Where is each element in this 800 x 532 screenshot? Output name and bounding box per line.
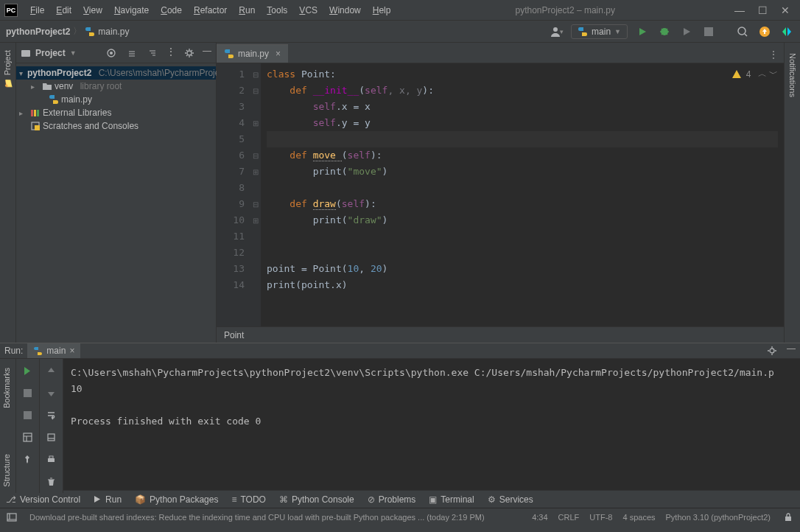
- hide-run-panel-icon[interactable]: —: [787, 343, 796, 358]
- python-file-icon: [49, 94, 59, 105]
- nav-bar: pythonProject2 〉 main.py ▾ main ▼: [0, 21, 800, 43]
- bottom-tab-python-packages[interactable]: 📦Python Packages: [135, 494, 218, 505]
- status-indent[interactable]: 4 spaces: [622, 513, 655, 522]
- stop-button[interactable]: [701, 24, 716, 39]
- svg-rect-2: [704, 27, 713, 36]
- run-tab[interactable]: main ×: [27, 343, 80, 358]
- restart-button[interactable]: [21, 407, 35, 422]
- tree-label: venv: [55, 81, 73, 91]
- notifications-tool-tab[interactable]: Notifications: [786, 49, 799, 102]
- run-settings-icon[interactable]: [765, 343, 779, 358]
- project-tool-tab[interactable]: 📁Project: [1, 46, 15, 92]
- print-button[interactable]: [44, 452, 59, 466]
- expand-all-icon[interactable]: [124, 46, 139, 60]
- rerun-button[interactable]: [21, 363, 35, 378]
- bottom-tab-python-console[interactable]: ⌘Python Console: [279, 494, 354, 505]
- tool-windows-icon[interactable]: [4, 510, 19, 525]
- status-message[interactable]: Download pre-built shared indexes: Reduc…: [29, 513, 522, 522]
- menu-view[interactable]: View: [78, 3, 108, 18]
- settings-icon[interactable]: [182, 46, 197, 60]
- run-toolbar-right: [40, 359, 63, 493]
- project-panel: Project ▼ ⋮ — ▾ pythonProject2 C:\Users\…: [16, 43, 217, 343]
- tree-external-libraries[interactable]: ▸ External Libraries: [16, 106, 216, 119]
- tree-venv[interactable]: ▸ venv library root: [16, 80, 216, 93]
- maximize-button[interactable]: ☐: [758, 4, 768, 16]
- bottom-tab-run[interactable]: Run: [94, 494, 122, 505]
- python-file-icon: [85, 27, 95, 37]
- bottom-tab-todo[interactable]: ≡TODO: [231, 494, 265, 505]
- svg-rect-15: [24, 389, 32, 397]
- bottom-tab-services[interactable]: ⚙Services: [488, 494, 533, 505]
- menu-navigate[interactable]: Navigate: [109, 3, 154, 18]
- close-button[interactable]: ✕: [781, 4, 790, 16]
- run-with-coverage-button[interactable]: [679, 24, 694, 39]
- status-interpreter[interactable]: Python 3.10 (pythonProject2): [666, 513, 771, 522]
- warning-count: 4: [746, 69, 751, 80]
- status-encoding[interactable]: UTF-8: [589, 513, 612, 522]
- breadcrumb-project[interactable]: pythonProject2: [6, 27, 70, 37]
- collapse-all-icon[interactable]: [145, 46, 160, 60]
- editor-crumb-bar[interactable]: Point: [217, 326, 784, 343]
- soft-wrap-button[interactable]: [44, 407, 59, 422]
- structure-tool-tab[interactable]: Structure: [0, 449, 13, 491]
- tree-scratches[interactable]: ▸ Scratches and Consoles: [16, 119, 216, 133]
- svg-point-14: [770, 349, 774, 353]
- tree-label: pythonProject2: [27, 68, 91, 78]
- breadcrumb-file[interactable]: main.py: [98, 27, 129, 37]
- console-output[interactable]: C:\Users\mshah\PycharmProjects\pythonPro…: [63, 359, 800, 493]
- user-icon[interactable]: ▾: [549, 24, 564, 39]
- status-caret-pos[interactable]: 4:34: [532, 513, 547, 522]
- svg-point-0: [553, 27, 558, 32]
- run-button[interactable]: [635, 24, 650, 39]
- line-number-gutter: 1234567891011121314: [217, 63, 250, 326]
- select-opened-file-icon[interactable]: [104, 46, 119, 60]
- stop-run-button[interactable]: [21, 385, 35, 400]
- menu-file[interactable]: File: [25, 3, 49, 18]
- svg-rect-22: [785, 517, 791, 521]
- pin-button[interactable]: [21, 452, 35, 466]
- menu-vcs[interactable]: VCS: [294, 3, 323, 18]
- bottom-tab-version-control[interactable]: ⎇Version Control: [6, 494, 80, 505]
- editor-crumb: Point: [224, 330, 244, 340]
- down-trace-button[interactable]: [44, 385, 59, 400]
- menu-tools[interactable]: Tools: [262, 3, 292, 18]
- svg-rect-11: [37, 110, 39, 116]
- tree-label: Scratches and Consoles: [43, 121, 138, 131]
- menu-code[interactable]: Code: [155, 3, 187, 18]
- bookmarks-tool-tab[interactable]: Bookmarks: [0, 363, 13, 413]
- editor-tab-main[interactable]: main.py ×: [217, 44, 288, 63]
- ide-updates-icon[interactable]: [757, 24, 772, 39]
- menu-help[interactable]: Help: [368, 3, 396, 18]
- lock-icon[interactable]: [781, 510, 796, 525]
- up-trace-button[interactable]: [44, 363, 59, 378]
- status-eol[interactable]: CRLF: [558, 513, 580, 522]
- panel-options-icon[interactable]: ⋮: [166, 46, 176, 60]
- layout-button[interactable]: [21, 430, 35, 444]
- debug-button[interactable]: [657, 24, 672, 39]
- scroll-to-end-button[interactable]: [44, 430, 59, 444]
- menu-window[interactable]: Window: [324, 3, 366, 18]
- search-icon[interactable]: [735, 24, 750, 39]
- bottom-tab-terminal[interactable]: ▣Terminal: [429, 494, 474, 505]
- tree-project-root[interactable]: ▾ pythonProject2 C:\Users\mshah\PycharmP…: [16, 66, 216, 80]
- editor-tabs-menu-icon[interactable]: ⋮: [763, 46, 784, 63]
- clear-button[interactable]: [44, 474, 59, 489]
- bottom-tab-problems[interactable]: ⊘Problems: [368, 494, 416, 505]
- menu-refactor[interactable]: Refactor: [189, 3, 232, 18]
- minimize-button[interactable]: —: [734, 4, 745, 16]
- menu-edit[interactable]: Edit: [51, 3, 77, 18]
- close-tab-icon[interactable]: ×: [276, 49, 281, 59]
- fold-gutter: ⊟⊟⊞⊟⊞⊟⊞: [250, 63, 261, 326]
- code-with-me-icon[interactable]: [779, 24, 794, 39]
- code-area[interactable]: class Point: def __init__(self, x, y): s…: [261, 63, 784, 326]
- menu-run[interactable]: Run: [234, 3, 260, 18]
- run-config-selector[interactable]: main ▼: [571, 24, 628, 39]
- editor-analysis-widget[interactable]: 4 ︿ ﹀: [731, 68, 778, 80]
- hide-panel-icon[interactable]: —: [203, 46, 211, 60]
- project-panel-title: Project: [35, 48, 66, 58]
- close-run-tab-icon[interactable]: ×: [69, 346, 74, 356]
- tree-hint: library root: [80, 81, 122, 91]
- svg-rect-17: [24, 433, 32, 441]
- tree-main-file[interactable]: main.py: [16, 93, 216, 106]
- editor-body[interactable]: 1234567891011121314 ⊟⊟⊞⊟⊞⊟⊞ class Point:…: [217, 63, 784, 326]
